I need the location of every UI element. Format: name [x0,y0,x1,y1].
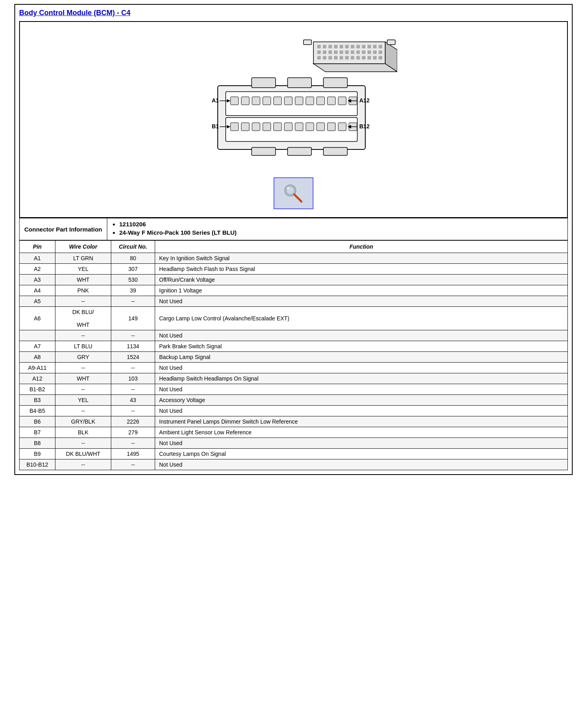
svg-rect-17 [340,51,343,54]
svg-rect-66 [274,123,282,131]
svg-rect-53 [274,97,282,105]
function-cell: Not Used [155,363,568,373]
circuit-no-cell: 39 [111,285,155,296]
pin-cell: A7 [20,341,55,352]
circuit-no-cell: 530 [111,275,155,285]
wire-color-cell: WHT [55,373,111,384]
svg-rect-16 [334,51,337,54]
svg-rect-52 [263,97,271,105]
svg-line-85 [294,194,301,202]
wire-color-cell: -- [55,459,111,470]
svg-rect-46 [288,147,311,155]
svg-rect-12 [379,45,382,48]
header-wire-color: Wire Color [55,241,111,253]
circuit-no-cell: 43 [111,395,155,406]
connector-part-number-2: 24-Way F Micro-Pack 100 Series (LT BLU) [119,229,563,236]
function-cell: Not Used [155,438,568,449]
svg-rect-49 [230,97,238,105]
function-cell: Instrument Panel Lamps Dimmer Switch Low… [155,416,568,427]
function-cell: Park Brake Switch Signal [155,341,568,352]
table-row: B7 BLK 279 Ambient Light Sensor Low Refe… [20,427,568,438]
pin-cell: A8 [20,352,55,363]
svg-rect-6 [345,45,349,48]
table-row: A5 -- -- Not Used [20,296,568,307]
pin-cell: B9 [20,449,55,459]
header-circuit-no: Circuit No. [111,241,155,253]
svg-rect-71 [327,123,335,131]
svg-rect-39 [303,40,311,45]
svg-rect-54 [284,97,292,105]
svg-rect-22 [368,51,371,54]
wire-color-cell: -- [55,363,111,373]
svg-rect-7 [351,45,354,48]
circuit-no-cell: -- [111,406,155,416]
function-cell: Headlamp Switch Flash to Pass Signal [155,264,568,275]
connector-part-number-1: 12110206 [119,221,563,228]
table-row: B6 GRY/BLK 2226 Instrument Panel Lamps D… [20,416,568,427]
table-row: A3 WHT 530 Off/Run/Crank Voltage [20,275,568,285]
svg-rect-50 [241,97,249,105]
wire-color-cell: GRY [55,352,111,363]
svg-rect-44 [323,78,347,88]
diagram-area: A1 A12 B1 B12 [19,21,568,218]
wire-color-cell: -- [55,330,111,341]
connector-info-cell: 12110206 24-Way F Micro-Pack 100 Series … [107,218,568,240]
svg-rect-2 [323,45,326,48]
svg-rect-57 [317,97,325,105]
pin-cell: B4-B5 [20,406,55,416]
page-title: Body Control Module (BCM) - C4 [19,9,568,17]
pin-cell: B1-B2 [20,384,55,395]
svg-rect-20 [357,51,360,54]
svg-rect-27 [329,56,332,59]
header-function: Function [155,241,568,253]
svg-rect-8 [357,45,360,48]
svg-rect-63 [241,123,249,131]
svg-rect-9 [362,45,365,48]
svg-rect-45 [252,147,276,155]
wire-color-cell: PNK [55,285,111,296]
pin-cell: A4 [20,285,55,296]
pin-cell: A9-A11 [20,363,55,373]
table-row: B8 -- -- Not Used [20,438,568,449]
wire-color-cell: LT BLU [55,341,111,352]
svg-text:A12: A12 [359,97,370,104]
function-cell: Not Used [155,459,568,470]
wire-color-cell: DK BLU/ WHT [55,307,111,330]
svg-text:A1: A1 [212,97,219,104]
svg-rect-34 [368,56,371,59]
svg-rect-10 [368,45,371,48]
table-row: B9 DK BLU/WHT 1495 Courtesy Lamps On Sig… [20,449,568,459]
pin-cell: A1 [20,253,55,264]
circuit-no-cell: -- [111,384,155,395]
svg-rect-59 [338,97,346,105]
table-row: A4 PNK 39 Ignition 1 Voltage [20,285,568,296]
connector-part-label: Connector Part Information [20,218,107,240]
svg-rect-64 [252,123,260,131]
table-row: A7 LT BLU 1134 Park Brake Switch Signal [20,341,568,352]
circuit-no-cell: 149 [111,307,155,330]
function-cell: Accessory Voltage [155,395,568,406]
circuit-no-cell: 307 [111,264,155,275]
table-row: -- -- Not Used [20,330,568,341]
circuit-no-cell: 1134 [111,341,155,352]
magnifier-button[interactable] [274,177,313,209]
svg-rect-29 [340,56,343,59]
circuit-no-cell: 279 [111,427,155,438]
svg-rect-67 [284,123,292,131]
table-row: A2 YEL 307 Headlamp Switch Flash to Pass… [20,264,568,275]
wire-color-cell: WHT [55,275,111,285]
svg-rect-30 [345,56,349,59]
svg-rect-32 [357,56,360,59]
circuit-no-cell: 103 [111,373,155,384]
svg-rect-31 [351,56,354,59]
pin-cell: A3 [20,275,55,285]
svg-rect-1 [317,45,321,48]
svg-rect-69 [306,123,314,131]
pin-cell: B7 [20,427,55,438]
pin-cell: B8 [20,438,55,449]
svg-rect-13 [317,51,321,54]
pin-cell: B10-B12 [20,459,55,470]
svg-rect-40 [387,40,395,45]
function-cell: Courtesy Lamps On Signal [155,449,568,459]
circuit-no-cell: -- [111,459,155,470]
